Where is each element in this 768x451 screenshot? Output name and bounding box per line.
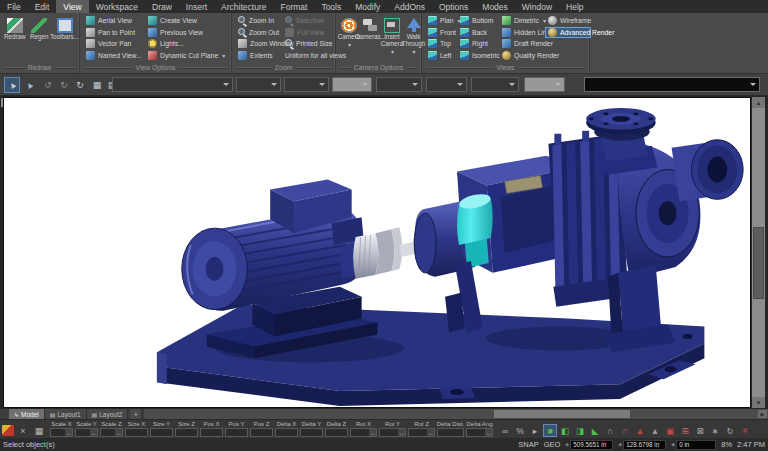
magnet-snap-off-icon[interactable]: ∩ xyxy=(618,424,632,437)
clear-selection-button[interactable]: × xyxy=(16,424,30,437)
menu-workspace[interactable]: Workspace xyxy=(89,0,145,13)
nearest-snap-icon[interactable]: ∗ xyxy=(708,424,722,437)
field-scale-z[interactable]: Scale Z xyxy=(100,421,123,437)
line-width-combo[interactable] xyxy=(332,77,372,92)
zoom-window-button[interactable]: Zoom Window xyxy=(235,38,282,50)
horizontal-scrollbar[interactable]: ▶ xyxy=(144,409,768,419)
field-pos-z[interactable]: Pos Z xyxy=(250,421,273,437)
layer-combo[interactable] xyxy=(236,77,281,92)
magnet-snap-icon[interactable]: ∩ xyxy=(603,424,617,437)
grid-snap-icon[interactable]: # xyxy=(738,424,752,437)
vertical-scrollbar[interactable]: ▲ ▼ xyxy=(752,97,765,408)
link-icon[interactable]: ∞ xyxy=(498,424,512,437)
pan-to-point-button[interactable]: Pan to Point xyxy=(83,27,145,39)
menu-help[interactable]: Help xyxy=(559,0,590,13)
pick-arrow-icon[interactable]: ▸ xyxy=(528,424,542,437)
aerial-view-button[interactable]: Aerial View xyxy=(83,15,145,27)
select-mode-crossing-icon[interactable]: ◨ xyxy=(573,424,587,437)
previous-view-button[interactable]: Previous View xyxy=(145,27,229,39)
view-right-button[interactable]: Right xyxy=(457,38,499,50)
field-delta-y[interactable]: Delta Y xyxy=(300,421,323,437)
menu-insert[interactable]: Insert xyxy=(179,0,214,13)
percent-link-icon[interactable]: % xyxy=(513,424,527,437)
menu-modes[interactable]: Modes xyxy=(475,0,515,13)
midpoint-snap-icon[interactable]: ▲ xyxy=(648,424,662,437)
center-snap-icon[interactable]: ▣ xyxy=(663,424,677,437)
redo-button[interactable]: ↻ xyxy=(56,77,72,93)
uniform-all-views-button[interactable]: Uniform for all views xyxy=(282,50,338,62)
create-view-button[interactable]: Create View xyxy=(145,15,229,27)
menu-addons[interactable]: AddOns xyxy=(387,0,432,13)
geo-toggle[interactable]: GEO xyxy=(544,440,561,449)
menu-options[interactable]: Options xyxy=(432,0,475,13)
view-top-button[interactable]: Top xyxy=(425,38,457,50)
refresh-view-button[interactable]: ↻ xyxy=(72,77,88,93)
menu-format[interactable]: Format xyxy=(273,0,314,13)
field-delta-x[interactable]: Delta X xyxy=(275,421,298,437)
inspector-grid-button[interactable]: ▦ xyxy=(32,424,46,437)
field-rot-z[interactable]: Rot Z xyxy=(408,421,435,437)
scroll-right-icon[interactable]: ▶ xyxy=(758,410,767,418)
color-combo[interactable] xyxy=(284,77,329,92)
field-rot-y[interactable]: Rot Y xyxy=(379,421,406,437)
draft-render-button[interactable]: Draft Render xyxy=(499,38,545,50)
coord-x-field[interactable]: 509.5651 in xyxy=(570,440,613,450)
field-scale-y[interactable]: Scale Y xyxy=(75,421,98,437)
tab-layout1[interactable]: ▤ Layout1 xyxy=(45,409,87,419)
select-mode-window-icon[interactable]: ◧ xyxy=(558,424,572,437)
field-rot-x[interactable]: Rot X xyxy=(350,421,377,437)
menu-window[interactable]: Window xyxy=(515,0,559,13)
menu-edit[interactable]: Edit xyxy=(28,0,57,13)
coord-y-field[interactable]: 128.6798 in xyxy=(623,440,666,450)
field-delta-z[interactable]: Delta Z xyxy=(325,421,348,437)
tab-model[interactable]: ↳ Model xyxy=(9,409,45,419)
field-size-x[interactable]: Size X xyxy=(125,421,148,437)
tangent-snap-icon[interactable]: ↻ xyxy=(723,424,737,437)
pattern-combo[interactable] xyxy=(426,77,467,92)
hidden-line-button[interactable]: Hidden Line xyxy=(499,27,545,39)
snap-toggle[interactable]: SNAP xyxy=(518,440,538,449)
node-edit-tool-button[interactable]: ▲ xyxy=(21,77,37,93)
field-size-z[interactable]: Size Z xyxy=(175,421,198,437)
menu-view[interactable]: View xyxy=(56,0,88,13)
hatch-combo[interactable] xyxy=(471,77,519,92)
field-size-y[interactable]: Size Y xyxy=(150,421,173,437)
field-delta-ang[interactable]: Delta Ang xyxy=(466,421,493,437)
quadrant-snap-icon[interactable]: ⊞ xyxy=(678,424,692,437)
regen-button[interactable]: Regen xyxy=(28,15,52,41)
tab-layout2[interactable]: ▤ Layout2 xyxy=(87,409,129,419)
vertical-scrollbar-thumb[interactable] xyxy=(753,227,764,299)
scroll-up-icon[interactable]: ▲ xyxy=(752,97,765,108)
style-combo[interactable] xyxy=(112,77,233,92)
field-delta-dist[interactable]: Delta Dist. xyxy=(437,421,464,437)
inspector-tool-icon[interactable] xyxy=(2,425,14,436)
view-bottom-button[interactable]: Bottom xyxy=(457,15,499,27)
toolbars-button[interactable]: Toolbars... xyxy=(52,15,77,41)
grid-toggle-button[interactable]: ▦ xyxy=(89,77,105,93)
zoom-in-button[interactable]: Zoom In xyxy=(235,15,282,27)
named-view-button[interactable]: Named View... xyxy=(83,50,145,62)
dynamic-cut-plane-button[interactable]: Dynamic Cut Plane xyxy=(145,50,229,62)
view-front-button[interactable]: Front xyxy=(425,27,457,39)
select-tool-button[interactable]: ▲ xyxy=(4,77,20,93)
zoom-out-button[interactable]: Zoom Out xyxy=(235,27,282,39)
redraw-button[interactable]: Redraw xyxy=(3,15,27,41)
vector-pan-button[interactable]: Vector Pan xyxy=(83,38,145,50)
horizontal-scrollbar-thumb[interactable] xyxy=(494,410,630,418)
menu-file[interactable]: File xyxy=(0,0,28,13)
advanced-render-button[interactable]: Advanced Render xyxy=(545,27,591,39)
add-sheet-button[interactable]: + xyxy=(130,409,142,419)
vertex-snap-icon[interactable]: ▲ xyxy=(633,424,647,437)
view-dimetric-button[interactable]: Dimetric xyxy=(499,15,545,27)
view-isometric-button[interactable]: Isometric xyxy=(457,50,499,62)
view-left-button[interactable]: Left xyxy=(425,50,457,62)
insert-camera-button[interactable]: Insert Camera xyxy=(382,15,402,55)
walk-through-button[interactable]: Walk Through xyxy=(403,15,424,55)
render-style-combo[interactable] xyxy=(584,77,760,92)
menu-tools[interactable]: Tools xyxy=(314,0,348,13)
view-plan-button[interactable]: Plan xyxy=(425,15,457,27)
field-pos-y[interactable]: Pos Y xyxy=(225,421,248,437)
wireframe-button[interactable]: Wireframe xyxy=(545,15,591,27)
field-pos-x[interactable]: Pos X xyxy=(200,421,223,437)
coord-z-field[interactable]: 0 in xyxy=(676,440,716,450)
